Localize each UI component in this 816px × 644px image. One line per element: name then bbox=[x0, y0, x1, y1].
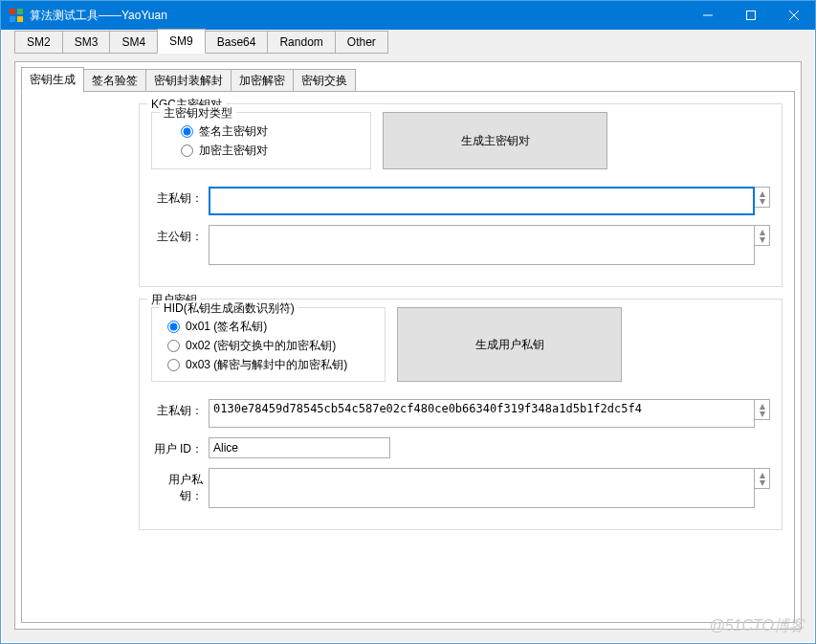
radio-row-enc[interactable]: 加密主密钥对 bbox=[181, 143, 361, 159]
radio-hid-0x03-label: 0x03 (解密与解封中的加密私钥) bbox=[186, 357, 347, 373]
user-private-key-row: 用户私钥： ▴▾ bbox=[151, 468, 770, 508]
sub-tab-0[interactable]: 密钥生成 bbox=[21, 67, 84, 93]
svg-rect-1 bbox=[17, 9, 23, 14]
scrollbar-hint-icon: ▴▾ bbox=[755, 399, 770, 420]
scrollbar-hint-icon: ▴▾ bbox=[755, 468, 770, 489]
radio-row-sign[interactable]: 签名主密钥对 bbox=[181, 123, 361, 140]
main-tab-other[interactable]: Other bbox=[335, 31, 388, 54]
user-id-input[interactable] bbox=[209, 437, 390, 458]
radio-enc-master-key[interactable] bbox=[181, 144, 193, 157]
master-public-key-label: 主公钥： bbox=[151, 225, 209, 245]
generate-master-key-button[interactable]: 生成主密钥对 bbox=[383, 112, 607, 169]
main-tab-base64[interactable]: Base64 bbox=[205, 31, 269, 54]
window-title: 算法测试工具——YaoYuan bbox=[30, 8, 686, 24]
svg-rect-5 bbox=[746, 11, 755, 20]
radio-hid-0x02-label: 0x02 (密钥交换中的加密私钥) bbox=[186, 338, 336, 354]
main-tab-page: 密钥生成签名验签密钥封装解封加密解密密钥交换 KGC主密钥对 主密钥对类型 签名… bbox=[14, 61, 802, 630]
app-icon bbox=[9, 8, 24, 23]
minimize-button[interactable] bbox=[686, 1, 729, 30]
hid-group: HID(私钥生成函数识别符) 0x01 (签名私钥) 0x02 (密钥交换中的加… bbox=[151, 307, 386, 382]
user-private-key-input[interactable] bbox=[209, 468, 755, 508]
master-public-key-input[interactable] bbox=[209, 225, 755, 265]
main-tab-sm3[interactable]: SM3 bbox=[62, 31, 111, 54]
svg-rect-3 bbox=[17, 16, 23, 22]
radio-row-hid1[interactable]: 0x01 (签名私钥) bbox=[167, 319, 375, 335]
master-key-type-label: 主密钥对类型 bbox=[160, 105, 236, 122]
master-private-key-input[interactable] bbox=[209, 187, 755, 215]
client-area: SM2SM3SM4SM9Base64RandomOther 密钥生成签名验签密钥… bbox=[2, 30, 814, 642]
hid-group-label: HID(私钥生成函数识别符) bbox=[160, 300, 298, 317]
main-tab-random[interactable]: Random bbox=[267, 31, 335, 54]
svg-rect-0 bbox=[10, 9, 15, 14]
kgc-master-key-group: KGC主密钥对 主密钥对类型 签名主密钥对 加密主密钥对 bbox=[139, 103, 783, 287]
user-master-private-key-row: 主私钥： 0130e78459d78545cb54c587e02cf480ce0… bbox=[151, 399, 770, 428]
radio-row-hid3[interactable]: 0x03 (解密与解封中的加密私钥) bbox=[167, 357, 375, 373]
radio-sign-label: 签名主密钥对 bbox=[199, 123, 268, 140]
main-tab-sm2[interactable]: SM2 bbox=[14, 31, 63, 54]
generate-user-private-key-button[interactable]: 生成用户私钥 bbox=[397, 307, 622, 382]
scrollbar-hint-icon: ▴▾ bbox=[755, 187, 770, 208]
sub-tab-3[interactable]: 加密解密 bbox=[231, 69, 294, 93]
sub-tab-strip: 密钥生成签名验签密钥封装解封加密解密密钥交换 bbox=[21, 69, 801, 93]
radio-hid-0x02[interactable] bbox=[167, 340, 180, 352]
sub-tab-1[interactable]: 签名验签 bbox=[83, 69, 146, 93]
master-private-key-row: 主私钥： ▴▾ bbox=[151, 187, 770, 215]
main-tab-sm4[interactable]: SM4 bbox=[109, 31, 158, 54]
radio-sign-master-key[interactable] bbox=[181, 125, 193, 138]
radio-hid-0x01[interactable] bbox=[167, 321, 180, 333]
master-private-key-label: 主私钥： bbox=[151, 187, 209, 207]
user-master-private-key-label: 主私钥： bbox=[151, 399, 209, 419]
radio-hid-0x01-label: 0x01 (签名私钥) bbox=[186, 319, 267, 335]
main-tab-sm9[interactable]: SM9 bbox=[157, 29, 206, 54]
svg-rect-2 bbox=[10, 16, 15, 22]
radio-enc-label: 加密主密钥对 bbox=[199, 143, 268, 159]
generate-master-key-label: 生成主密钥对 bbox=[461, 133, 530, 149]
radio-row-hid2[interactable]: 0x02 (密钥交换中的加密私钥) bbox=[167, 338, 375, 354]
sub-tab-2[interactable]: 密钥封装解封 bbox=[145, 69, 232, 93]
radio-hid-0x03[interactable] bbox=[167, 359, 180, 371]
user-id-label: 用户 ID： bbox=[151, 437, 209, 457]
generate-user-private-key-label: 生成用户私钥 bbox=[475, 337, 544, 353]
close-button[interactable] bbox=[772, 1, 815, 30]
sub-tab-4[interactable]: 密钥交换 bbox=[293, 69, 356, 93]
title-bar: 算法测试工具——YaoYuan bbox=[1, 1, 815, 30]
sub-tab-page-keygen: KGC主密钥对 主密钥对类型 签名主密钥对 加密主密钥对 bbox=[21, 91, 795, 623]
user-private-key-label: 用户私钥： bbox=[151, 468, 209, 504]
master-key-type-group: 主密钥对类型 签名主密钥对 加密主密钥对 bbox=[151, 112, 371, 169]
maximize-button[interactable] bbox=[729, 1, 772, 30]
user-master-private-key-input[interactable]: 0130e78459d78545cb54c587e02cf480ce0b6634… bbox=[209, 399, 755, 428]
master-public-key-row: 主公钥： ▴▾ bbox=[151, 225, 770, 265]
scrollbar-hint-icon: ▴▾ bbox=[755, 225, 770, 246]
main-tab-strip: SM2SM3SM4SM9Base64RandomOther bbox=[14, 31, 814, 54]
user-key-group: 用户密钥 HID(私钥生成函数识别符) 0x01 (签名私钥) 0x02 (密钥… bbox=[139, 299, 783, 530]
user-id-row: 用户 ID： bbox=[151, 437, 770, 458]
